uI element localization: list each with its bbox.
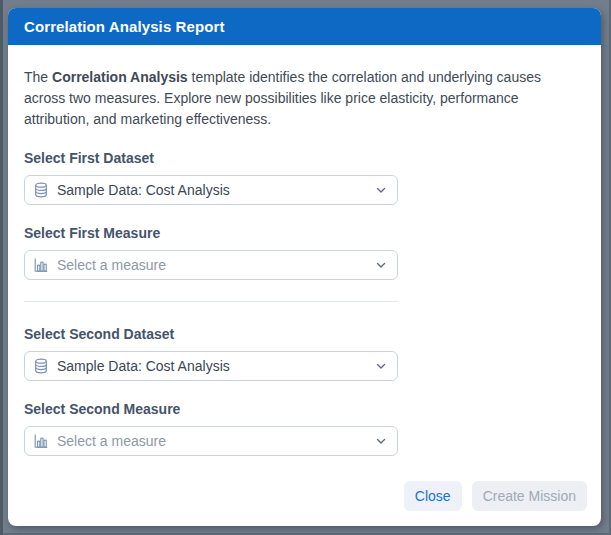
section-divider (24, 301, 398, 302)
second-dataset-value: Sample Data: Cost Analysis (57, 358, 230, 374)
chevron-down-icon (375, 435, 387, 447)
second-measure-placeholder: Select a measure (57, 433, 166, 449)
dialog-title: Correlation Analysis Report (24, 18, 225, 35)
first-measure-field: Select First Measure Select a measure (24, 225, 585, 280)
second-dataset-label: Select Second Dataset (24, 326, 585, 343)
first-measure-placeholder: Select a measure (57, 257, 166, 273)
database-icon (33, 182, 49, 198)
bar-chart-icon (33, 257, 49, 273)
second-measure-select[interactable]: Select a measure (24, 426, 398, 456)
dialog-body: The Correlation Analysis template identi… (8, 45, 601, 456)
first-dataset-select[interactable]: Sample Data: Cost Analysis (24, 175, 398, 205)
second-dataset-select[interactable]: Sample Data: Cost Analysis (24, 351, 398, 381)
second-measure-label: Select Second Measure (24, 401, 585, 418)
second-measure-field: Select Second Measure Select a measure (24, 401, 585, 456)
dialog-description: The Correlation Analysis template identi… (24, 67, 585, 130)
dialog-header: Correlation Analysis Report (8, 8, 601, 45)
first-dataset-label: Select First Dataset (24, 150, 585, 167)
description-text-pre: The (24, 69, 52, 85)
first-measure-label: Select First Measure (24, 225, 585, 242)
description-text-bold: Correlation Analysis (52, 69, 188, 85)
bar-chart-icon (33, 433, 49, 449)
chevron-down-icon (375, 259, 387, 271)
modal-backdrop: { "modal": { "title": "Correlation Analy… (0, 0, 611, 535)
first-dataset-value: Sample Data: Cost Analysis (57, 182, 230, 198)
dialog-footer: Close Create Mission (404, 481, 587, 511)
close-button[interactable]: Close (404, 481, 462, 511)
create-mission-button[interactable]: Create Mission (472, 481, 587, 511)
first-dataset-field: Select First Dataset Sample Data: Cost A… (24, 150, 585, 205)
database-icon (33, 358, 49, 374)
first-measure-select[interactable]: Select a measure (24, 250, 398, 280)
correlation-analysis-dialog: Correlation Analysis Report The Correlat… (8, 8, 601, 526)
chevron-down-icon (375, 360, 387, 372)
chevron-down-icon (375, 184, 387, 196)
second-dataset-field: Select Second Dataset Sample Data: Cost … (24, 326, 585, 381)
